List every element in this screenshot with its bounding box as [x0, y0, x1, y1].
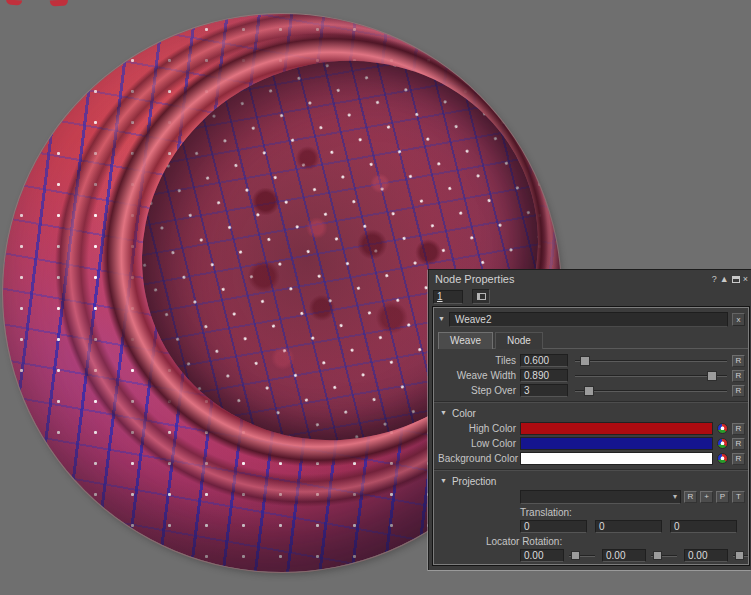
tab-node[interactable]: Node [495, 332, 543, 349]
slider-handle[interactable] [653, 551, 662, 560]
revert-low-color-button[interactable]: R [732, 438, 745, 450]
collapse-node-icon[interactable]: ▼ [438, 315, 445, 323]
section-divider [434, 469, 748, 471]
panel-title: Node Properties [435, 273, 712, 285]
projection-section-title: Projection [452, 476, 496, 487]
tiles-slider[interactable] [575, 355, 727, 366]
panel-toolbar: 1 [429, 287, 751, 306]
color-row-low: Low Color R [438, 437, 745, 450]
param-row-tiles: Tiles 0.600 R [438, 354, 745, 367]
slider-track [575, 375, 727, 377]
max-panels-input[interactable]: 1 [433, 290, 463, 304]
panel-menu-icon[interactable] [732, 276, 740, 283]
collapse-projection-icon[interactable]: ▼ [440, 477, 447, 485]
param-row-weave-width: Weave Width 0.890 R [438, 369, 745, 382]
low-color-label: Low Color [438, 438, 520, 449]
rotation-z-slider[interactable] [733, 550, 749, 561]
weave-width-label: Weave Width [438, 370, 520, 381]
background-color-swatch[interactable] [520, 452, 713, 465]
background-color-label: Background Color [438, 453, 520, 464]
tiles-input[interactable]: 0.600 [520, 354, 568, 367]
step-over-slider[interactable] [575, 385, 727, 396]
color-row-background: Background Color R [438, 452, 745, 465]
tab-weave[interactable]: Weave [438, 332, 493, 349]
collapse-color-icon[interactable]: ▼ [440, 409, 447, 417]
slider-track [575, 390, 727, 392]
float-panel-icon[interactable]: ▲ [720, 274, 729, 284]
panel-header: Node Properties ? ▲ × [429, 270, 751, 287]
projection-dropdown[interactable]: ▾ [520, 490, 681, 504]
translation-x-input[interactable]: 0 [520, 520, 587, 533]
node-panel-weave2: ▼ Weave2 x Weave Node Tiles 0.600 R Weav… [433, 307, 749, 565]
slider-track [575, 360, 727, 362]
rotation-y-input[interactable]: 0.00 [602, 549, 646, 562]
color-section-title: Color [452, 408, 476, 419]
color-wheel-icon[interactable] [717, 423, 728, 434]
revert-high-color-button[interactable]: R [732, 423, 745, 435]
revert-weave-width-button[interactable]: R [732, 370, 745, 382]
scene-fragment [50, 0, 68, 6]
low-color-swatch[interactable] [520, 437, 713, 450]
translation-row: 0 0 0 [520, 520, 745, 533]
projection-section-header: ▼ Projection [440, 475, 745, 487]
rotation-x-input[interactable]: 0.00 [520, 549, 564, 562]
locator-rotation-label: Locator Rotation: [486, 536, 745, 547]
node-panel-header: ▼ Weave2 x [438, 311, 745, 327]
color-wheel-icon[interactable] [717, 453, 728, 464]
scene-fragment [6, 0, 22, 6]
projection-dropdown-row: ▾ R + P T [520, 490, 745, 504]
projection-revert-button[interactable]: R [684, 491, 697, 503]
slider-handle[interactable] [584, 386, 594, 396]
clear-bin-button[interactable] [472, 289, 490, 304]
projection-pick-button[interactable]: P [716, 491, 729, 503]
node-name-field[interactable]: Weave2 [449, 312, 728, 327]
section-divider [434, 401, 748, 403]
step-over-label: Step Over [438, 385, 520, 396]
high-color-swatch[interactable] [520, 422, 713, 435]
translation-y-input[interactable]: 0 [595, 520, 662, 533]
close-node-button[interactable]: x [732, 313, 745, 326]
param-row-step-over: Step Over 3 R [438, 384, 745, 397]
close-panel-icon[interactable]: × [743, 274, 748, 284]
projection-target-button[interactable]: T [732, 491, 745, 503]
chevron-down-icon: ▾ [673, 491, 677, 503]
translation-z-input[interactable]: 0 [670, 520, 737, 533]
translation-label: Translation: [520, 507, 745, 518]
help-icon[interactable]: ? [712, 274, 717, 284]
bin-arrow-icon [477, 293, 486, 300]
color-wheel-icon[interactable] [717, 438, 728, 449]
color-section-header: ▼ Color [440, 407, 745, 419]
high-color-label: High Color [438, 423, 520, 434]
rotation-x-slider[interactable] [569, 550, 595, 561]
slider-handle[interactable] [571, 551, 580, 560]
slider-handle[interactable] [735, 551, 744, 560]
node-tabs: Weave Node [438, 332, 748, 349]
projection-add-button[interactable]: + [700, 491, 713, 503]
locator-rotation-row: 0.00 0.00 0.00 [520, 549, 745, 562]
slider-handle[interactable] [707, 371, 717, 381]
tiles-label: Tiles [438, 355, 520, 366]
node-properties-panel: Node Properties ? ▲ × 1 ▼ Weave2 x Weave… [428, 269, 751, 570]
step-over-input[interactable]: 3 [520, 384, 568, 397]
revert-step-over-button[interactable]: R [732, 385, 745, 397]
weave-width-input[interactable]: 0.890 [520, 369, 568, 382]
rotation-z-input[interactable]: 0.00 [684, 549, 728, 562]
revert-tiles-button[interactable]: R [732, 355, 745, 367]
weave-width-slider[interactable] [575, 370, 727, 381]
revert-background-color-button[interactable]: R [732, 453, 745, 465]
rotation-y-slider[interactable] [651, 550, 677, 561]
color-row-high: High Color R [438, 422, 745, 435]
slider-handle[interactable] [580, 356, 590, 366]
